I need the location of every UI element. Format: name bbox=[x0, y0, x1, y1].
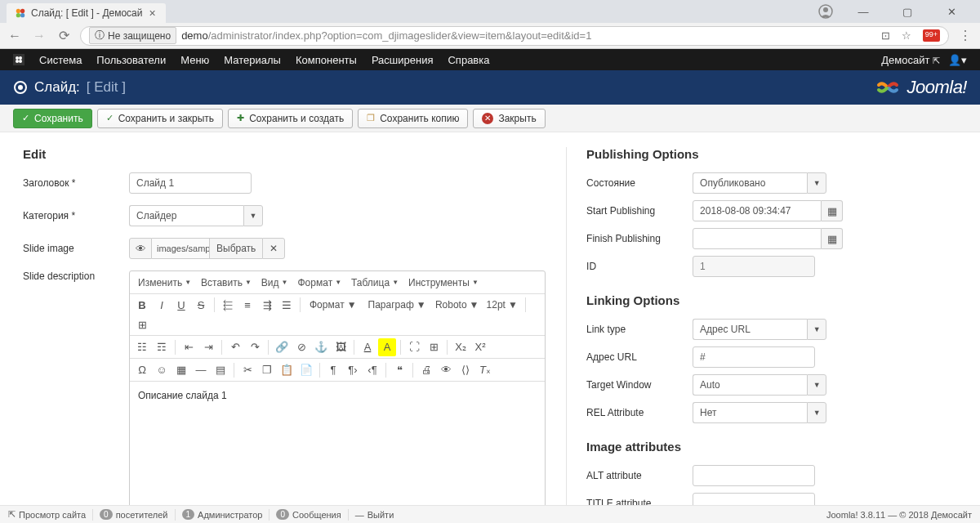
logout-link[interactable]: — Выйти bbox=[355, 510, 394, 520]
anchor-icon[interactable]: ⚓ bbox=[312, 338, 330, 356]
extension-badge[interactable]: 99+ bbox=[923, 29, 940, 42]
security-info[interactable]: ⓘ Не защищено bbox=[89, 27, 176, 44]
menu-help[interactable]: Справка bbox=[448, 54, 489, 66]
number-list-icon[interactable]: ☶ bbox=[153, 338, 171, 356]
quote-icon[interactable]: ❝ bbox=[390, 361, 408, 379]
bold-icon[interactable]: B bbox=[133, 296, 151, 314]
profile-icon[interactable] bbox=[818, 4, 833, 19]
linktype-select[interactable]: Адрес URL▼ bbox=[693, 319, 826, 340]
align-justify-icon[interactable]: ☰ bbox=[278, 296, 296, 314]
module-icon[interactable]: ⊞ bbox=[133, 315, 151, 333]
font-dropdown[interactable]: Roboto▼ bbox=[433, 296, 482, 314]
formats-dropdown[interactable]: Формат▼ bbox=[305, 296, 362, 314]
clear-format-icon[interactable]: Tₓ bbox=[476, 361, 494, 379]
print-icon[interactable]: 🖨 bbox=[417, 361, 435, 379]
unlink-icon[interactable]: ⊘ bbox=[292, 338, 310, 356]
state-select[interactable]: Опубликовано▼ bbox=[693, 172, 826, 194]
bg-color-icon[interactable]: A bbox=[378, 338, 396, 356]
paste-icon[interactable]: 📋 bbox=[278, 361, 296, 379]
editor-menu-insert[interactable]: Вставить▼ bbox=[196, 275, 256, 291]
window-minimize-icon[interactable]: — bbox=[849, 6, 877, 18]
bullet-list-icon[interactable]: ☷ bbox=[133, 338, 151, 356]
url-bar[interactable]: ⓘ Не защищено demo/administrator/index.p… bbox=[80, 26, 949, 46]
fontsize-dropdown[interactable]: 12pt▼ bbox=[483, 296, 521, 314]
finish-input[interactable] bbox=[693, 228, 822, 249]
indent-icon[interactable]: ⇥ bbox=[199, 338, 217, 356]
url-input[interactable] bbox=[693, 346, 815, 368]
menu-content[interactable]: Материалы bbox=[224, 54, 281, 66]
editor-menu-view[interactable]: Вид▼ bbox=[256, 275, 293, 291]
browser-tab[interactable]: Слайд: [ Edit ] - Демосай × bbox=[7, 3, 166, 23]
rel-select[interactable]: Нет▼ bbox=[693, 402, 826, 423]
fullscreen-icon[interactable]: ⛶ bbox=[405, 338, 423, 356]
editor-menu-tools[interactable]: Инструменты▼ bbox=[403, 275, 483, 291]
link-icon[interactable]: 🔗 bbox=[273, 338, 291, 356]
table-icon[interactable]: ⊞ bbox=[425, 338, 443, 356]
save-copy-button[interactable]: ❐Сохранить копию bbox=[358, 109, 468, 128]
editor-menu-format[interactable]: Формат▼ bbox=[293, 275, 347, 291]
superscript-icon[interactable]: X² bbox=[471, 338, 489, 356]
editor-content[interactable]: Описание слайда 1 bbox=[130, 382, 545, 523]
title-input[interactable] bbox=[129, 172, 252, 194]
italic-icon[interactable]: I bbox=[153, 296, 171, 314]
outdent-icon[interactable]: ⇤ bbox=[180, 338, 198, 356]
strike-icon[interactable]: S bbox=[192, 296, 210, 314]
editor-menu-table[interactable]: Таблица▼ bbox=[346, 275, 403, 291]
undo-icon[interactable]: ↶ bbox=[226, 338, 244, 356]
save-button[interactable]: ✓Сохранить bbox=[13, 109, 92, 128]
menu-extensions[interactable]: Расширения bbox=[372, 54, 434, 66]
menu-menus[interactable]: Меню bbox=[180, 54, 209, 66]
cut-icon[interactable]: ✂ bbox=[238, 361, 256, 379]
close-button[interactable]: ✕Закрыть bbox=[473, 109, 545, 128]
redo-icon[interactable]: ↷ bbox=[246, 338, 264, 356]
window-close-icon[interactable]: ✕ bbox=[938, 6, 965, 18]
text-color-icon[interactable]: A bbox=[359, 338, 376, 356]
calendar-icon[interactable]: ▤ bbox=[212, 361, 229, 379]
pilcrow-icon[interactable]: ¶ bbox=[324, 361, 342, 379]
underline-icon[interactable]: U bbox=[172, 296, 190, 314]
site-name-link[interactable]: Демосайт ⇱ bbox=[881, 54, 940, 66]
media-icon[interactable]: ▦ bbox=[172, 361, 190, 379]
view-site-link[interactable]: ⇱ Просмотр сайта bbox=[8, 509, 86, 520]
browser-menu-icon[interactable]: ⋮ bbox=[957, 28, 973, 43]
hr-icon[interactable]: — bbox=[192, 361, 210, 379]
reload-icon[interactable]: ⟳ bbox=[56, 28, 72, 43]
menu-system[interactable]: Система bbox=[39, 54, 82, 66]
back-icon[interactable]: ← bbox=[7, 29, 23, 43]
image-clear-button[interactable]: ✕ bbox=[262, 238, 285, 259]
alt-input[interactable] bbox=[693, 465, 815, 486]
save-close-button[interactable]: ✓Сохранить и закрыть bbox=[97, 109, 223, 128]
paste-text-icon[interactable]: 📄 bbox=[297, 361, 315, 379]
image-select-button[interactable]: Выбрать bbox=[209, 238, 262, 259]
messages-counter[interactable]: 0Сообщения bbox=[276, 509, 341, 520]
preview-icon[interactable]: 👁 bbox=[129, 238, 152, 259]
start-input[interactable] bbox=[693, 200, 822, 221]
align-left-icon[interactable]: ⬱ bbox=[219, 296, 237, 314]
rtl-icon[interactable]: ‹¶ bbox=[363, 361, 381, 379]
emoji-icon[interactable]: ☺ bbox=[153, 361, 171, 379]
copy-icon[interactable]: ❐ bbox=[258, 361, 276, 379]
code-icon[interactable]: ⟨⟩ bbox=[457, 361, 474, 379]
target-select[interactable]: Auto▼ bbox=[693, 374, 826, 396]
paragraph-dropdown[interactable]: Параграф▼ bbox=[363, 296, 431, 314]
qr-icon[interactable]: ⊡ bbox=[881, 29, 890, 42]
ltr-icon[interactable]: ¶› bbox=[344, 361, 362, 379]
user-menu-icon[interactable]: 👤▾ bbox=[948, 54, 967, 66]
window-maximize-icon[interactable]: ▢ bbox=[893, 6, 921, 18]
calendar-icon[interactable]: ▦ bbox=[822, 200, 843, 221]
align-center-icon[interactable]: ≡ bbox=[238, 296, 256, 314]
joomla-icon[interactable] bbox=[13, 54, 24, 65]
calendar-icon[interactable]: ▦ bbox=[822, 228, 843, 249]
star-icon[interactable]: ☆ bbox=[902, 29, 911, 42]
menu-users[interactable]: Пользователи bbox=[96, 54, 166, 66]
save-new-button[interactable]: ✚Сохранить и создать bbox=[228, 109, 353, 128]
image-icon[interactable]: 🖼 bbox=[332, 338, 350, 356]
editor-menu-edit[interactable]: Изменить▼ bbox=[133, 275, 196, 291]
subscript-icon[interactable]: X₂ bbox=[452, 338, 470, 356]
omega-icon[interactable]: Ω bbox=[133, 361, 151, 379]
visitors-counter[interactable]: 0посетителей bbox=[100, 509, 167, 520]
admins-counter[interactable]: 1Администратор bbox=[182, 509, 263, 520]
preview-icon-btn[interactable]: 👁 bbox=[437, 361, 455, 379]
tab-close-icon[interactable]: × bbox=[148, 8, 158, 18]
menu-components[interactable]: Компоненты bbox=[296, 54, 357, 66]
